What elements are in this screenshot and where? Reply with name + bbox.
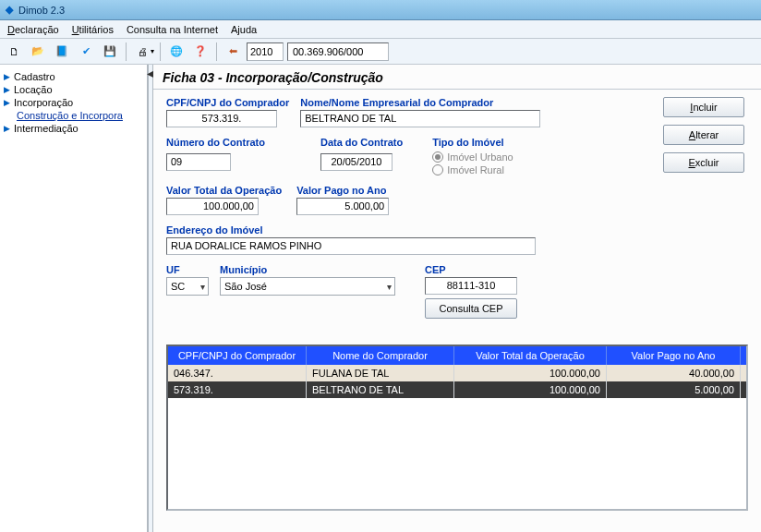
uf-label: UF	[166, 264, 209, 275]
pago-input[interactable]: 5.000,00	[296, 198, 389, 215]
municipio-label: Município	[220, 264, 395, 275]
col-cpf[interactable]: CPF/CNPJ do Comprador	[168, 346, 307, 365]
help-icon[interactable]: ❓	[190, 42, 211, 62]
exit-icon[interactable]: ⬅	[223, 42, 243, 62]
menu-consulta[interactable]: Consulta na Internet	[127, 24, 218, 35]
col-nome[interactable]: Nome do Comprador	[307, 346, 454, 365]
toolbar: 🗋 📂 📘 ✔ 💾 🖨 ▾ 🌐 ❓ ⬅ 2010 00.369.906/000	[0, 39, 761, 65]
municipio-select[interactable]: São José	[220, 277, 395, 296]
alterar-button[interactable]: Alterar	[663, 125, 744, 145]
consulta-cep-button[interactable]: Consulta CEP	[425, 298, 517, 319]
sidebar-item-intermediacao[interactable]: ▶Intermediação	[4, 122, 143, 135]
check-icon[interactable]: ✔	[76, 42, 96, 62]
table-header: CPF/CNPJ do Comprador Nome do Comprador …	[168, 346, 746, 365]
toolbar-separator	[216, 42, 217, 61]
data-input[interactable]: 20/05/2010	[320, 153, 393, 171]
pago-label: Valor Pago no Ano	[296, 185, 389, 196]
sidebar-item-construcao[interactable]: Construção e Incorpora	[4, 109, 143, 122]
globe-icon[interactable]: 🌐	[166, 42, 187, 62]
window-title: Dimob 2.3	[18, 5, 65, 16]
radio-selected-icon	[432, 151, 443, 163]
cpf-input[interactable]: 573.319.	[166, 110, 277, 127]
year-field[interactable]: 2010	[247, 42, 284, 61]
open-icon[interactable]: 📂	[28, 42, 48, 62]
sidebar: ▶Cadastro ▶Locação ▶Incorporação Constru…	[0, 65, 148, 532]
menu-utilitarios[interactable]: Utilitários	[72, 24, 114, 35]
sidebar-item-incorporacao[interactable]: ▶Incorporação	[4, 96, 143, 109]
window-titlebar: ◆ Dimob 2.3	[0, 0, 761, 20]
tree-arrow-icon: ▶	[4, 98, 10, 107]
table-row-selected[interactable]: 573.319. BELTRANO DE TAL 100.000,00 5.00…	[168, 381, 746, 398]
sidebar-item-cadastro[interactable]: ▶Cadastro	[4, 70, 143, 83]
cep-input[interactable]: 88111-310	[425, 277, 517, 295]
col-total[interactable]: Valor Total da Operação	[454, 346, 607, 365]
radio-urbano[interactable]: Imóvel Urbano	[432, 151, 513, 163]
numero-input[interactable]: 09	[166, 153, 231, 171]
table-empty-area	[168, 398, 746, 509]
app-icon: ◆	[6, 4, 13, 16]
print-icon[interactable]: 🖨	[132, 42, 152, 62]
cpf-label: CPF/CNPJ do Comprador	[166, 97, 289, 108]
new-icon[interactable]: 🗋	[4, 42, 24, 62]
tipo-label: Tipo do Imóvel	[432, 137, 513, 148]
sidebar-item-locacao[interactable]: ▶Locação	[4, 83, 143, 96]
cnpj-field[interactable]: 00.369.906/000	[287, 42, 389, 61]
toolbar-separator	[126, 42, 127, 61]
tree-arrow-icon: ▶	[4, 124, 10, 133]
menu-declaracao[interactable]: Declaração	[7, 24, 59, 35]
save-icon[interactable]: 💾	[100, 42, 120, 62]
data-label: Data do Contrato	[320, 137, 403, 148]
cep-label: CEP	[425, 264, 517, 275]
nome-label: Nome/Nome Empresarial do Comprador	[300, 97, 540, 108]
col-pago[interactable]: Valor Pago no Ano	[607, 346, 741, 365]
endereco-input[interactable]: RUA DORALICE RAMOS PINHO	[166, 237, 536, 255]
records-table: CPF/CNPJ do Comprador Nome do Comprador …	[166, 345, 748, 511]
excluir-button[interactable]: Excluir	[663, 152, 744, 173]
print-dropdown-icon[interactable]: ▾	[151, 47, 154, 55]
toolbar-separator	[160, 42, 161, 61]
ficha-title: Ficha 03 - Incorporação/Construção	[153, 65, 761, 90]
nome-input[interactable]: BELTRANO DE TAL	[300, 110, 540, 127]
radio-rural[interactable]: Imóvel Rural	[432, 164, 513, 175]
menubar: Declaração Utilitários Consulta na Inter…	[0, 20, 761, 39]
numero-label: Número do Contrato	[166, 137, 265, 148]
radio-unselected-icon	[432, 164, 443, 175]
form-panel: Ficha 03 - Incorporação/Construção Inclu…	[153, 65, 761, 532]
uf-select[interactable]: SC	[166, 277, 209, 296]
tree-arrow-icon: ▶	[4, 85, 10, 94]
table-row[interactable]: 046.347. FULANA DE TAL 100.000,00 40.000…	[168, 365, 746, 381]
menu-ajuda[interactable]: Ajuda	[231, 24, 257, 35]
incluir-button[interactable]: Incluir	[663, 97, 744, 117]
book-icon[interactable]: 📘	[52, 42, 72, 62]
tree-arrow-icon: ▶	[4, 72, 10, 81]
total-label: Valor Total da Operação	[166, 185, 282, 196]
endereco-label: Endereço do Imóvel	[166, 224, 748, 236]
total-input[interactable]: 100.000,00	[166, 198, 259, 215]
